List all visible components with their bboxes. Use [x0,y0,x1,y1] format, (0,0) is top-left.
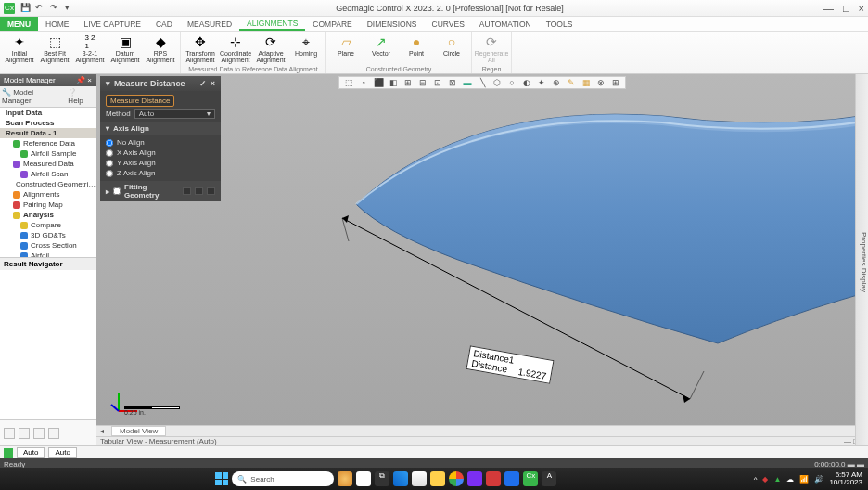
taskbar-app-icon[interactable] [338,471,352,486]
measure-distance-button[interactable]: Measure Distance [106,95,174,107]
tab-dimensions[interactable]: DIMENSIONS [360,17,425,31]
ribbon-transform[interactable]: ✥Transform Alignment [185,32,216,63]
tab-curves[interactable]: CURVES [425,17,472,31]
tree-node[interactable]: Reference Data [0,138,96,148]
vp-tool-icon[interactable]: ⬡ [491,78,504,89]
radio-z-align[interactable] [106,170,113,177]
method-select[interactable]: Auto▾ [134,109,215,119]
tray-icon[interactable]: ☁ [786,475,794,484]
ribbon-homing[interactable]: ⌖Homing [290,32,322,57]
ribbon-plane[interactable]: ▱Plane [330,32,362,57]
tray-icon[interactable]: ◆ [762,475,768,484]
properties-tab[interactable]: Properties Display [855,74,868,445]
vp-tool-icon[interactable]: ✦ [535,78,548,89]
taskbar-app-icon[interactable] [356,471,371,486]
tree-node[interactable]: Measured Data [0,159,96,169]
dialog-close-icon[interactable]: × [211,79,215,88]
taskbar-search[interactable]: 🔍Search [232,471,334,486]
mm-tool-4[interactable] [48,428,59,439]
tab-measured[interactable]: MEASURED [180,17,239,31]
tree-node[interactable]: Result Data - 1 [0,128,96,138]
bottom-tab-2[interactable]: Auto [48,447,76,458]
vp-tool-icon[interactable]: ⊟ [416,78,429,89]
vp-tool-icon[interactable]: ⬚ [342,78,355,89]
vp-tool-icon[interactable]: ▫ [357,78,370,89]
tree-node[interactable]: Constructed Geometri… [0,179,96,189]
tab-menu[interactable]: MENU [0,17,38,31]
vp-tool-icon[interactable]: ⊡ [431,78,444,89]
taskbar-clock[interactable]: 6:57 AM10/1/2023 [829,471,862,486]
ribbon-best-fit[interactable]: ⬚Best Fit Alignment [39,32,70,63]
vp-tool-icon[interactable]: ⊗ [594,78,607,89]
radio-x-align[interactable] [106,149,113,157]
tree-node[interactable]: Pairing Map [0,200,96,210]
fit-opt-1[interactable] [183,187,191,195]
qat-save-icon[interactable]: 💾 [20,3,32,14]
taskbar-app-icon[interactable]: Cx [523,471,538,486]
ribbon-vector[interactable]: ↗Vector [365,32,397,57]
tab-compare[interactable]: COMPARE [305,17,359,31]
tree-node[interactable]: 3D GD&Ts [0,230,96,240]
start-button[interactable] [215,472,228,485]
qat-redo-icon[interactable]: ↷ [50,3,61,14]
vp-tool-icon[interactable]: ✎ [565,78,578,89]
tray-volume-icon[interactable]: 🔊 [814,475,823,484]
tree-node[interactable]: Cross Section [0,240,96,251]
ribbon-321[interactable]: 3 213-2-1 Alignment [74,32,106,63]
ribbon-regenerate[interactable]: ⟳Regenerate All [476,32,507,63]
bottom-tab-1[interactable]: Auto [17,447,45,458]
tree-node[interactable]: Airfoil [0,251,96,257]
tab-cad[interactable]: CAD [148,17,180,31]
system-tray[interactable]: ^ ◆ ▲ ☁ 📶 🔊 6:57 AM10/1/2023 [754,471,862,486]
tray-wifi-icon[interactable]: 📶 [799,475,809,484]
vp-tool-icon[interactable]: ▬ [461,78,474,89]
radio-y-align[interactable] [106,160,113,167]
chevron-down-icon[interactable]: ▾ [106,124,109,133]
mm-tab-help[interactable]: ❔ Help [68,88,94,105]
result-navigator-header[interactable]: Result Navigator [0,257,96,270]
taskbar-app-icon[interactable] [412,471,427,486]
taskbar-app-icon[interactable]: ⧉ [375,471,389,486]
ribbon-coordinate[interactable]: ⊹Coordinate Alignment [220,32,251,63]
radio-no-align[interactable] [106,139,113,147]
qat-undo-icon[interactable]: ↶ [35,3,46,14]
qat-more-icon[interactable]: ▾ [65,3,76,14]
tray-up-icon[interactable]: ^ [754,475,758,484]
taskbar-app-icon[interactable] [430,471,445,486]
dialog-apply-icon[interactable]: ✓ [199,79,207,88]
vp-tool-icon[interactable]: ○ [505,78,518,89]
mm-tool-3[interactable] [33,428,45,439]
fitting-geometry-checkbox[interactable] [113,187,121,195]
tab-home[interactable]: HOME [38,17,77,31]
close-button[interactable]: × [859,3,864,14]
tree-node[interactable]: Scan Process [0,118,96,128]
tab-tools[interactable]: TOOLS [539,17,581,31]
vp-tool-icon[interactable]: ◧ [387,78,400,89]
tree-node[interactable]: Airfoil Sample [0,148,96,159]
panel-pin-icon[interactable]: 📌 × [76,76,92,84]
tree-node[interactable]: Airfoil Scan [0,169,96,179]
vp-tool-icon[interactable]: ⊠ [446,78,459,89]
mm-tool-2[interactable] [19,428,30,439]
ribbon-circle[interactable]: ○Circle [436,32,467,57]
ribbon-initial-alignment[interactable]: ✦Initial Alignment [4,32,35,63]
tree-node[interactable]: Compare [0,220,96,230]
maximize-button[interactable]: □ [843,3,849,14]
taskbar-app-icon[interactable]: A [542,471,556,486]
chevron-right-icon[interactable]: ▸ [106,187,109,196]
fit-opt-3[interactable] [207,187,215,195]
taskbar-app-icon[interactable] [504,471,519,486]
mm-tab-model[interactable]: 🔧 Model Manager [2,88,62,105]
vp-tool-icon[interactable]: ◐ [520,78,533,89]
taskbar-app-icon[interactable] [486,471,501,486]
tabular-view-header[interactable]: Tabular View - Measurement (Auto)— □ × [96,436,868,445]
ribbon-rps[interactable]: ◆RPS Alignment [145,32,176,63]
tab-automation[interactable]: AUTOMATION [472,17,539,31]
ribbon-point[interactable]: ●Point [401,32,432,57]
ribbon-adaptive[interactable]: ⟳Adaptive Alignment [255,32,287,63]
tab-alignments[interactable]: ALIGNMENTS [239,17,305,31]
tree-node[interactable]: Analysis [0,210,96,220]
tab-live-capture[interactable]: LIVE CAPTURE [77,17,148,31]
minimize-button[interactable]: — [823,3,834,14]
measure-distance-dialog[interactable]: ▾ Measure Distance ✓ × Measure Distance … [100,76,221,201]
